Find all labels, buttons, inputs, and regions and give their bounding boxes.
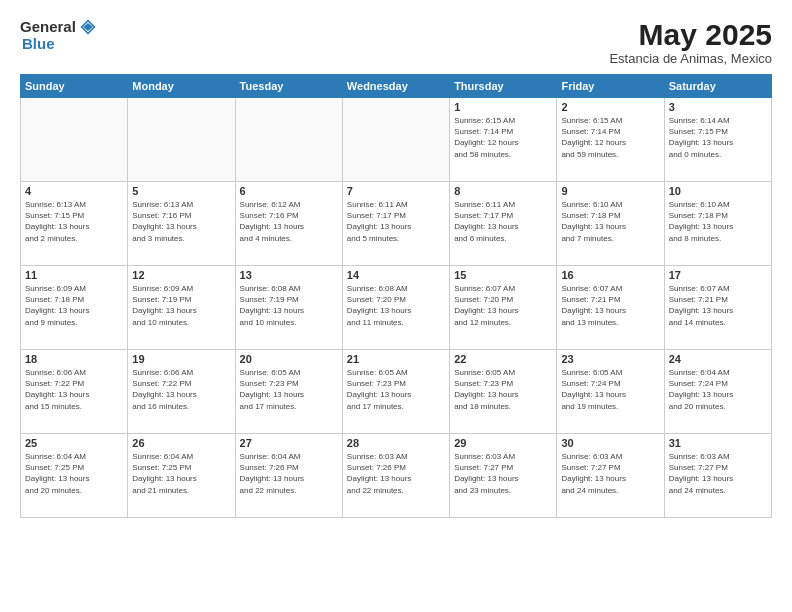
month-title: May 2025 [609,18,772,51]
calendar-cell: 18Sunrise: 6:06 AM Sunset: 7:22 PM Dayli… [21,350,128,434]
calendar-cell: 17Sunrise: 6:07 AM Sunset: 7:21 PM Dayli… [664,266,771,350]
day-header-tuesday: Tuesday [235,75,342,98]
calendar: SundayMondayTuesdayWednesdayThursdayFrid… [20,74,772,518]
day-info: Sunrise: 6:04 AM Sunset: 7:25 PM Dayligh… [25,451,123,496]
day-number: 13 [240,269,338,281]
calendar-week-1: 1Sunrise: 6:15 AM Sunset: 7:14 PM Daylig… [21,98,772,182]
day-info: Sunrise: 6:10 AM Sunset: 7:18 PM Dayligh… [561,199,659,244]
day-number: 2 [561,101,659,113]
calendar-cell: 11Sunrise: 6:09 AM Sunset: 7:18 PM Dayli… [21,266,128,350]
day-info: Sunrise: 6:03 AM Sunset: 7:27 PM Dayligh… [454,451,552,496]
day-info: Sunrise: 6:03 AM Sunset: 7:27 PM Dayligh… [561,451,659,496]
title-block: May 2025 Estancia de Animas, Mexico [609,18,772,66]
calendar-cell: 27Sunrise: 6:04 AM Sunset: 7:26 PM Dayli… [235,434,342,518]
header: General Blue May 2025 Estancia de Animas… [20,18,772,66]
calendar-cell: 24Sunrise: 6:04 AM Sunset: 7:24 PM Dayli… [664,350,771,434]
day-info: Sunrise: 6:11 AM Sunset: 7:17 PM Dayligh… [347,199,445,244]
logo-blue: Blue [22,35,55,52]
day-info: Sunrise: 6:13 AM Sunset: 7:15 PM Dayligh… [25,199,123,244]
day-number: 10 [669,185,767,197]
day-number: 23 [561,353,659,365]
calendar-header-row: SundayMondayTuesdayWednesdayThursdayFrid… [21,75,772,98]
calendar-cell: 22Sunrise: 6:05 AM Sunset: 7:23 PM Dayli… [450,350,557,434]
calendar-cell: 23Sunrise: 6:05 AM Sunset: 7:24 PM Dayli… [557,350,664,434]
day-number: 9 [561,185,659,197]
calendar-cell: 1Sunrise: 6:15 AM Sunset: 7:14 PM Daylig… [450,98,557,182]
day-number: 25 [25,437,123,449]
day-info: Sunrise: 6:11 AM Sunset: 7:17 PM Dayligh… [454,199,552,244]
calendar-cell: 10Sunrise: 6:10 AM Sunset: 7:18 PM Dayli… [664,182,771,266]
day-number: 29 [454,437,552,449]
calendar-cell: 14Sunrise: 6:08 AM Sunset: 7:20 PM Dayli… [342,266,449,350]
day-number: 8 [454,185,552,197]
calendar-cell: 8Sunrise: 6:11 AM Sunset: 7:17 PM Daylig… [450,182,557,266]
day-header-monday: Monday [128,75,235,98]
calendar-week-4: 18Sunrise: 6:06 AM Sunset: 7:22 PM Dayli… [21,350,772,434]
day-info: Sunrise: 6:13 AM Sunset: 7:16 PM Dayligh… [132,199,230,244]
day-number: 15 [454,269,552,281]
day-number: 21 [347,353,445,365]
day-number: 1 [454,101,552,113]
calendar-cell: 26Sunrise: 6:04 AM Sunset: 7:25 PM Dayli… [128,434,235,518]
day-number: 17 [669,269,767,281]
calendar-cell [235,98,342,182]
day-info: Sunrise: 6:10 AM Sunset: 7:18 PM Dayligh… [669,199,767,244]
calendar-cell [128,98,235,182]
day-info: Sunrise: 6:05 AM Sunset: 7:23 PM Dayligh… [240,367,338,412]
page: General Blue May 2025 Estancia de Animas… [0,0,792,612]
day-number: 30 [561,437,659,449]
day-info: Sunrise: 6:06 AM Sunset: 7:22 PM Dayligh… [25,367,123,412]
day-info: Sunrise: 6:08 AM Sunset: 7:20 PM Dayligh… [347,283,445,328]
calendar-cell: 4Sunrise: 6:13 AM Sunset: 7:15 PM Daylig… [21,182,128,266]
logo-icon [80,19,96,35]
day-header-friday: Friday [557,75,664,98]
day-info: Sunrise: 6:07 AM Sunset: 7:20 PM Dayligh… [454,283,552,328]
calendar-cell: 2Sunrise: 6:15 AM Sunset: 7:14 PM Daylig… [557,98,664,182]
day-header-wednesday: Wednesday [342,75,449,98]
calendar-cell: 19Sunrise: 6:06 AM Sunset: 7:22 PM Dayli… [128,350,235,434]
calendar-cell: 9Sunrise: 6:10 AM Sunset: 7:18 PM Daylig… [557,182,664,266]
day-info: Sunrise: 6:04 AM Sunset: 7:24 PM Dayligh… [669,367,767,412]
calendar-cell: 29Sunrise: 6:03 AM Sunset: 7:27 PM Dayli… [450,434,557,518]
calendar-cell: 20Sunrise: 6:05 AM Sunset: 7:23 PM Dayli… [235,350,342,434]
calendar-cell: 25Sunrise: 6:04 AM Sunset: 7:25 PM Dayli… [21,434,128,518]
calendar-cell: 12Sunrise: 6:09 AM Sunset: 7:19 PM Dayli… [128,266,235,350]
day-info: Sunrise: 6:04 AM Sunset: 7:26 PM Dayligh… [240,451,338,496]
day-number: 20 [240,353,338,365]
calendar-cell: 30Sunrise: 6:03 AM Sunset: 7:27 PM Dayli… [557,434,664,518]
day-number: 3 [669,101,767,113]
day-number: 12 [132,269,230,281]
day-number: 22 [454,353,552,365]
day-number: 16 [561,269,659,281]
day-info: Sunrise: 6:05 AM Sunset: 7:23 PM Dayligh… [454,367,552,412]
calendar-week-2: 4Sunrise: 6:13 AM Sunset: 7:15 PM Daylig… [21,182,772,266]
calendar-cell: 7Sunrise: 6:11 AM Sunset: 7:17 PM Daylig… [342,182,449,266]
day-info: Sunrise: 6:14 AM Sunset: 7:15 PM Dayligh… [669,115,767,160]
day-header-sunday: Sunday [21,75,128,98]
calendar-cell [342,98,449,182]
day-number: 27 [240,437,338,449]
day-info: Sunrise: 6:03 AM Sunset: 7:26 PM Dayligh… [347,451,445,496]
day-number: 4 [25,185,123,197]
day-info: Sunrise: 6:06 AM Sunset: 7:22 PM Dayligh… [132,367,230,412]
day-info: Sunrise: 6:12 AM Sunset: 7:16 PM Dayligh… [240,199,338,244]
day-info: Sunrise: 6:04 AM Sunset: 7:25 PM Dayligh… [132,451,230,496]
day-info: Sunrise: 6:15 AM Sunset: 7:14 PM Dayligh… [561,115,659,160]
calendar-cell: 3Sunrise: 6:14 AM Sunset: 7:15 PM Daylig… [664,98,771,182]
day-info: Sunrise: 6:07 AM Sunset: 7:21 PM Dayligh… [669,283,767,328]
calendar-cell [21,98,128,182]
calendar-cell: 6Sunrise: 6:12 AM Sunset: 7:16 PM Daylig… [235,182,342,266]
logo: General Blue [20,18,96,52]
calendar-cell: 15Sunrise: 6:07 AM Sunset: 7:20 PM Dayli… [450,266,557,350]
calendar-week-3: 11Sunrise: 6:09 AM Sunset: 7:18 PM Dayli… [21,266,772,350]
calendar-cell: 28Sunrise: 6:03 AM Sunset: 7:26 PM Dayli… [342,434,449,518]
day-number: 11 [25,269,123,281]
day-number: 24 [669,353,767,365]
calendar-cell: 13Sunrise: 6:08 AM Sunset: 7:19 PM Dayli… [235,266,342,350]
calendar-cell: 16Sunrise: 6:07 AM Sunset: 7:21 PM Dayli… [557,266,664,350]
day-number: 5 [132,185,230,197]
day-number: 7 [347,185,445,197]
day-info: Sunrise: 6:09 AM Sunset: 7:19 PM Dayligh… [132,283,230,328]
day-info: Sunrise: 6:03 AM Sunset: 7:27 PM Dayligh… [669,451,767,496]
calendar-cell: 31Sunrise: 6:03 AM Sunset: 7:27 PM Dayli… [664,434,771,518]
